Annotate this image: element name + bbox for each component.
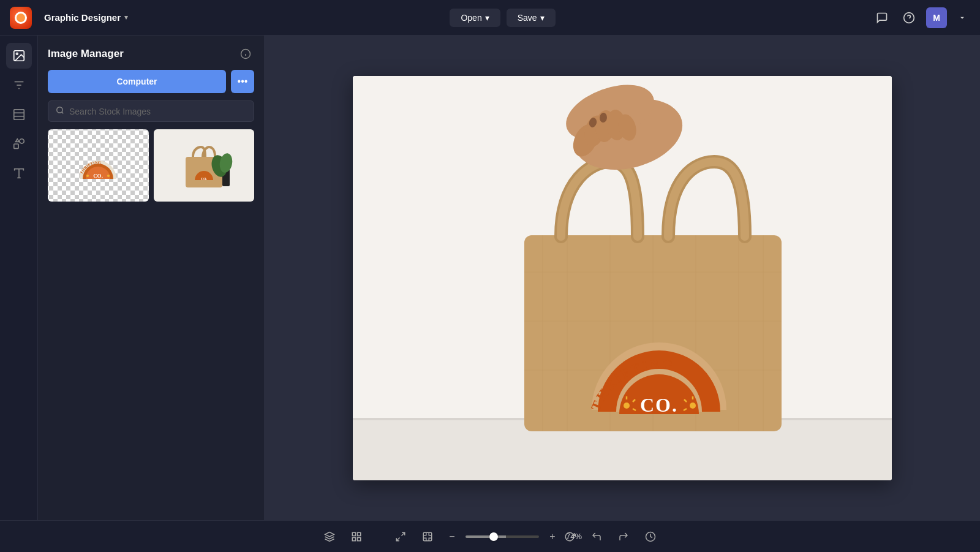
fullscreen-button[interactable] — [390, 526, 412, 548]
tote-thumb-svg: CO. — [167, 138, 241, 192]
thumbnail-tote[interactable]: CO. — [154, 129, 255, 202]
save-button[interactable]: Save ▾ — [507, 9, 556, 27]
svg-point-59 — [690, 403, 696, 409]
app-title-label: Graphic Designer — [44, 12, 121, 23]
svg-point-22 — [86, 175, 89, 177]
icon-bar — [0, 36, 38, 520]
refresh-button[interactable] — [559, 526, 581, 548]
svg-marker-12 — [15, 139, 19, 142]
topbar-center: Open ▾ Save ▾ — [140, 9, 865, 27]
search-input[interactable] — [69, 107, 246, 116]
svg-rect-83 — [358, 537, 361, 540]
bottom-left-tools — [318, 526, 368, 548]
svg-rect-84 — [352, 537, 355, 540]
canvas-scene: CO. THRIFTING — [353, 76, 892, 480]
app-title-button[interactable]: Graphic Designer ▾ — [39, 10, 133, 25]
undo-button[interactable] — [586, 526, 608, 548]
svg-text:CO.: CO. — [93, 173, 103, 179]
svg-text:CO.: CO. — [201, 177, 208, 181]
bottom-right-tools — [559, 526, 662, 548]
layers-button[interactable] — [318, 526, 341, 548]
svg-point-55 — [624, 403, 630, 409]
logo-inner — [15, 12, 27, 24]
fit-button[interactable] — [417, 526, 439, 548]
thumbnail-logo[interactable]: CO. THRIFTING — [48, 129, 149, 202]
expand-topbar-button[interactable] — [954, 10, 970, 26]
search-icon — [56, 106, 64, 116]
avatar-label: M — [933, 13, 940, 23]
shape-tool-button[interactable] — [6, 131, 32, 157]
svg-point-23 — [107, 175, 110, 177]
save-chevron-icon: ▾ — [540, 13, 545, 23]
chevron-down-icon: ▾ — [124, 13, 128, 21]
redo-button[interactable] — [612, 526, 635, 548]
history-button[interactable] — [639, 526, 662, 548]
svg-rect-10 — [13, 144, 18, 148]
svg-text:CO.: CO. — [640, 394, 678, 416]
layout-tool-button[interactable] — [6, 102, 32, 127]
avatar-button[interactable]: M — [926, 7, 947, 28]
panel-actions: Computer ••• — [48, 70, 254, 93]
topbar: Graphic Designer ▾ Open ▾ Save ▾ M — [0, 0, 980, 36]
panel: Image Manager Computer ••• — [38, 36, 265, 520]
computer-button[interactable]: Computer — [48, 70, 226, 93]
svg-rect-7 — [13, 110, 24, 120]
logo-svg: CO. THRIFTING — [74, 147, 123, 184]
svg-line-19 — [62, 112, 64, 114]
svg-rect-81 — [352, 532, 355, 535]
save-label: Save — [518, 13, 537, 23]
svg-rect-82 — [358, 532, 361, 535]
filter-tool-button[interactable] — [6, 72, 32, 98]
svg-line-85 — [402, 532, 405, 535]
svg-point-3 — [16, 53, 18, 55]
canvas-wrapper: CO. THRIFTING — [353, 76, 892, 480]
svg-point-11 — [19, 139, 23, 143]
zoom-out-button[interactable]: − — [443, 528, 461, 545]
bottom-bar: − + 74% — [0, 520, 980, 552]
help-button[interactable] — [899, 8, 919, 28]
chat-button[interactable] — [872, 8, 892, 28]
canvas-area: CO. THRIFTING — [265, 36, 980, 520]
svg-point-18 — [57, 107, 62, 113]
grid-button[interactable] — [345, 526, 368, 548]
text-tool-button[interactable] — [6, 161, 32, 186]
main-content: Image Manager Computer ••• — [0, 36, 980, 520]
zoom-slider[interactable] — [466, 535, 539, 538]
info-button[interactable] — [237, 45, 254, 62]
image-tool-button[interactable] — [6, 43, 32, 69]
svg-line-86 — [396, 537, 399, 540]
svg-rect-87 — [423, 532, 432, 541]
topbar-right: M — [872, 7, 970, 28]
panel-header: Image Manager — [48, 45, 254, 62]
open-button[interactable]: Open ▾ — [450, 9, 500, 27]
open-chevron-icon: ▾ — [485, 13, 489, 23]
app-logo — [10, 7, 32, 29]
thumbnails-grid: CO. THRIFTING — [48, 129, 254, 202]
panel-title: Image Manager — [48, 48, 124, 60]
more-options-button[interactable]: ••• — [231, 70, 254, 93]
search-bar[interactable] — [48, 100, 254, 122]
open-label: Open — [461, 13, 481, 23]
svg-marker-80 — [325, 532, 334, 537]
